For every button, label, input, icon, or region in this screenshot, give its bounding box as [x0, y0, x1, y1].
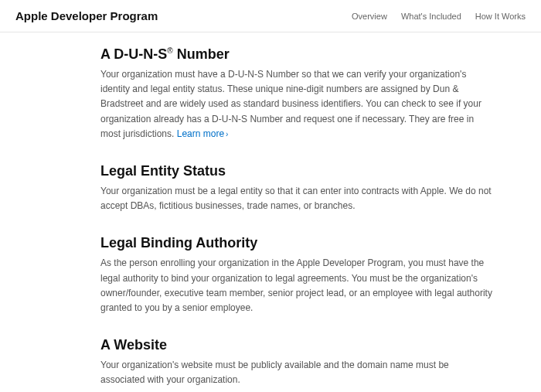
section-body: Your organization must be a legal entity… — [100, 184, 495, 213]
registered-mark: ® — [167, 46, 172, 55]
nav-whats-included[interactable]: What's Included — [401, 12, 461, 21]
section-website: A Website Your organization's website mu… — [100, 337, 495, 387]
section-duns: A D-U-N-S® Number Your organization must… — [100, 46, 495, 141]
top-bar: Apple Developer Program Overview What's … — [0, 0, 541, 32]
nav-overview[interactable]: Overview — [352, 12, 387, 21]
section-body: Your organization's website must be publ… — [100, 358, 495, 387]
heading-text-post: Number — [173, 46, 230, 62]
section-legal-entity: Legal Entity Status Your organization mu… — [100, 163, 495, 213]
section-legal-binding: Legal Binding Authority As the person en… — [100, 235, 495, 315]
chevron-right-icon: › — [226, 130, 228, 138]
section-body: As the person enrolling your organizatio… — [100, 256, 495, 315]
section-body: Your organization must have a D-U-N-S Nu… — [100, 67, 495, 141]
top-nav: Overview What's Included How It Works — [352, 12, 526, 21]
learn-more-link[interactable]: Learn more — [177, 128, 224, 139]
brand-title: Apple Developer Program — [15, 9, 158, 22]
section-heading: A D-U-N-S® Number — [100, 46, 495, 63]
section-heading: A Website — [100, 337, 495, 353]
nav-how-it-works[interactable]: How It Works — [475, 12, 526, 21]
annotation-circle — [197, 387, 398, 392]
section-heading: Legal Binding Authority — [100, 235, 495, 251]
heading-text-pre: A D-U-N-S — [100, 46, 167, 62]
section-heading: Legal Entity Status — [100, 163, 495, 179]
main-content: A D-U-N-S® Number Your organization must… — [0, 32, 541, 392]
body-text: Your organization must have a D-U-N-S Nu… — [100, 69, 481, 139]
